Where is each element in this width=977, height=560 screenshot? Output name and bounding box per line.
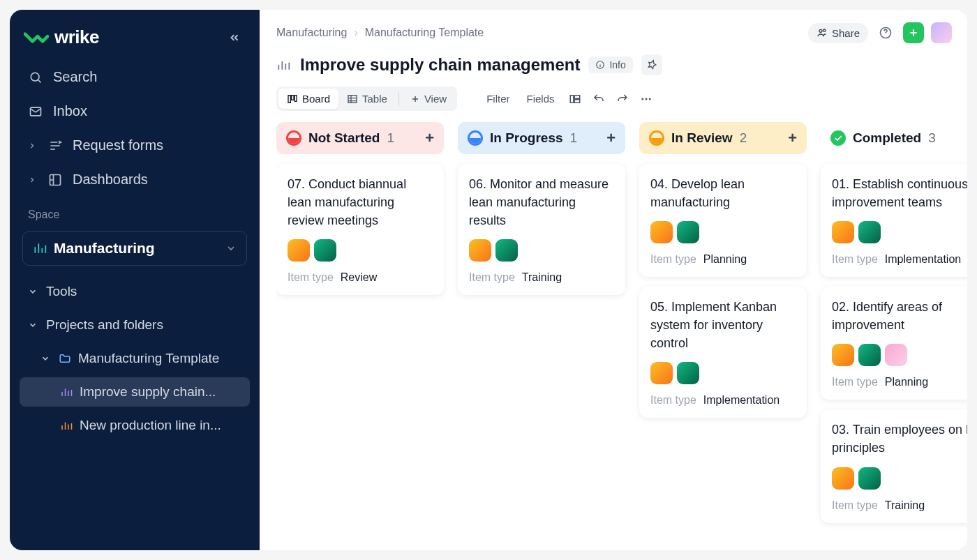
tree-improve-supply-chain[interactable]: Improve supply chain... [20,377,250,407]
fields-button[interactable]: Fields [521,90,560,107]
avatar[interactable] [885,344,907,366]
avatar[interactable] [469,239,491,262]
avatar[interactable] [858,344,881,366]
help-button[interactable] [875,22,896,43]
svg-rect-8 [292,95,294,100]
tree-projects-folders[interactable]: Projects and folders [20,310,250,340]
tree-manufacturing-template[interactable]: Manufacturing Template [20,344,250,373]
space-icon [33,241,47,255]
avatar[interactable] [677,221,699,243]
meta-value: Planning [885,376,928,388]
column-not-started: Not Started 1 + 07. Conduct biannual lea… [276,122,444,536]
project-icon [60,386,73,398]
column-count: 1 [570,130,578,146]
column-header[interactable]: In Review 2 + [639,122,807,154]
nav-label: Inbox [53,103,87,119]
column-header[interactable]: In Progress 1 + [458,122,625,154]
tree-tools[interactable]: Tools [20,277,250,306]
nav-label: Request forms [73,137,163,153]
meta-value: Implementation [703,394,780,407]
column-header[interactable]: Completed 3 + [821,122,967,154]
nav-search[interactable]: Search [20,62,250,92]
dashboard-icon [47,172,63,188]
assignees [832,221,967,243]
tree-new-production-line[interactable]: New production line in... [20,411,250,440]
avatar[interactable] [314,239,336,262]
card[interactable]: 04. Develop lean manufacturing Item type… [639,164,807,277]
folder-icon [59,352,71,365]
avatar[interactable] [288,239,310,262]
user-avatar[interactable] [931,22,952,43]
add-view-button[interactable]: View [402,89,455,109]
avatar[interactable] [650,362,673,384]
svg-point-14 [641,98,643,100]
svg-rect-9 [294,95,297,101]
add-card-button[interactable]: + [606,129,616,147]
view-label: View [424,93,447,105]
avatar[interactable] [832,344,854,366]
space-selector[interactable]: Manufacturing [22,231,247,266]
svg-point-3 [819,29,822,32]
column-name: Not Started [308,130,380,146]
avatar[interactable] [858,221,881,243]
meta-label: Item type [832,499,878,512]
kanban-board: Not Started 1 + 07. Conduct biannual lea… [276,122,967,550]
view-toolbar: Board Table View Filter Fields [276,86,967,111]
card[interactable]: 07. Conduct biannual lean manufacturing … [276,164,444,295]
column-in-progress: In Progress 1 + 06. Monitor and measure … [458,122,625,536]
expand-button[interactable] [566,90,584,108]
view-board-button[interactable]: Board [278,89,338,109]
view-label: Table [362,93,387,105]
info-label: Info [609,59,625,70]
pin-button[interactable] [641,54,662,75]
card[interactable]: 05. Implement Kanban system for inventor… [639,287,807,418]
share-button[interactable]: Share [808,23,868,43]
status-icon [286,130,301,146]
view-table-button[interactable]: Table [338,89,396,109]
meta-label: Item type [288,271,334,284]
forms-icon [47,138,63,153]
filter-button[interactable]: Filter [481,90,515,107]
add-button[interactable] [903,22,924,43]
breadcrumb-root[interactable]: Manufacturing [276,27,347,39]
more-button[interactable] [637,90,655,108]
nav-dashboards[interactable]: Dashboards [20,165,250,195]
avatar[interactable] [832,467,854,490]
avatar[interactable] [858,467,881,490]
logo[interactable]: wrike [24,27,99,48]
project-icon [276,59,292,71]
card[interactable]: 02. Identify areas of improvement Item t… [821,287,967,400]
info-button[interactable]: Info [588,56,632,73]
card-title: 05. Implement Kanban system for inventor… [650,298,796,352]
space-name: Manufacturing [54,240,218,257]
avatar[interactable] [677,362,699,384]
add-card-button[interactable]: + [425,129,434,147]
card-title: 06. Monitor and measure lean manufacturi… [469,175,614,229]
tree-label: Tools [46,284,77,299]
card[interactable]: 06. Monitor and measure lean manufacturi… [458,164,625,295]
nav-request-forms[interactable]: Request forms [20,130,250,160]
collapse-sidebar-button[interactable] [225,28,244,47]
svg-point-15 [645,98,647,100]
tree-label: Improve supply chain... [80,384,241,400]
column-name: Completed [853,130,921,146]
project-icon [60,419,73,432]
undo-button[interactable] [590,90,608,108]
status-icon [468,130,483,146]
avatar[interactable] [495,239,518,262]
column-header[interactable]: Not Started 1 + [276,122,444,154]
avatar[interactable] [650,221,673,243]
avatar[interactable] [832,221,854,243]
nav-inbox[interactable]: Inbox [20,96,250,126]
redo-button[interactable] [613,90,632,108]
card[interactable]: 03. Train employees on lean principles I… [821,409,967,522]
undo-icon [592,93,605,105]
chevron-right-icon [28,176,38,184]
breadcrumb-leaf[interactable]: Manufacturing Template [365,27,484,39]
people-icon [816,27,828,38]
card[interactable]: 01. Establish continuous improvement tea… [821,164,967,277]
column-name: In Review [671,130,733,146]
add-card-button[interactable]: + [788,129,797,147]
page-title: Improve supply chain management [300,55,580,75]
nav-label: Dashboards [73,172,148,188]
